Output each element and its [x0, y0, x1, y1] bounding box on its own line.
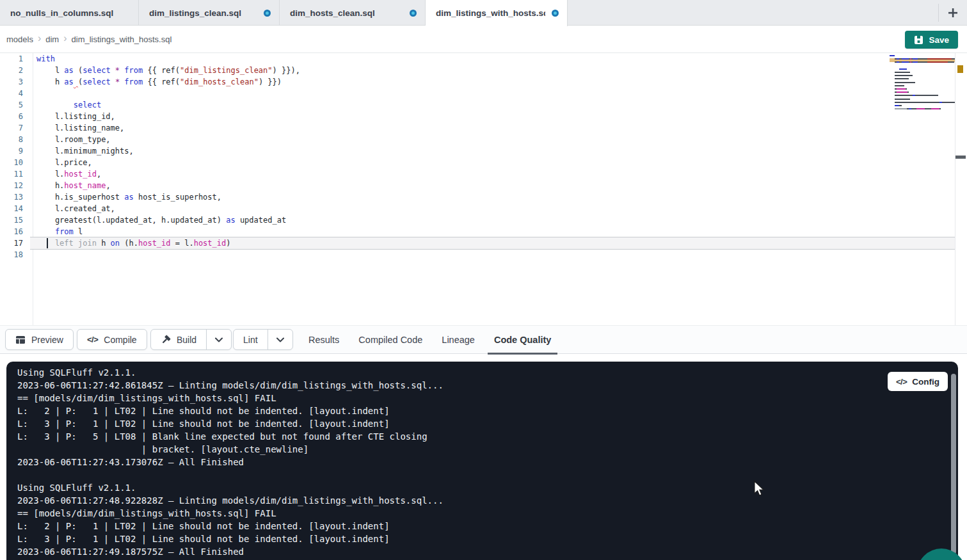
- terminal-line: L: 3 | P: 5 | LT08 | Blank line expected…: [17, 430, 936, 443]
- tab-label: dim_hosts_clean.sql: [290, 8, 403, 18]
- minimap-line: [890, 75, 913, 77]
- code-line-1[interactable]: 1with: [0, 53, 967, 65]
- minimap-line: [890, 108, 941, 110]
- code-text: h.host_name,: [36, 180, 111, 191]
- minimap-line: [890, 68, 907, 70]
- code-editor[interactable]: 1with2 l as (select * from {{ ref("dim_l…: [0, 53, 967, 325]
- code-line-13[interactable]: 13 h.is_superhost as host_is_superhost,: [0, 191, 967, 203]
- code-line-18[interactable]: 18: [0, 249, 967, 260]
- minimap-line: [890, 85, 904, 87]
- result-panel-tabs: ResultsCompiled CodeLineageCode Quality: [301, 326, 559, 354]
- breadcrumb-item[interactable]: dim_listings_with_hosts.sql: [72, 35, 172, 44]
- code-line-11[interactable]: 11 l.host_id,: [0, 168, 967, 180]
- terminal-line: L: 2 | P: 1 | LT02 | Line should not be …: [17, 404, 936, 417]
- minimap-line: [890, 78, 909, 80]
- line-number: 13: [0, 191, 23, 203]
- code-line-6[interactable]: 6 l.listing_id,: [0, 111, 967, 122]
- editor-tab-no_nulls_in_columns.sql[interactable]: no_nulls_in_columns.sql: [0, 0, 139, 26]
- minimap[interactable]: [890, 55, 955, 120]
- code-text: l as (select * from {{ ref("dim_listings…: [36, 65, 300, 76]
- code-line-15[interactable]: 15 greatest(l.updated_at, h.updated_at) …: [0, 214, 967, 226]
- terminal-line: L: 3 | P: 1 | LT02 | Line should not be …: [17, 417, 936, 430]
- code-text: with: [36, 53, 55, 65]
- code-line-8[interactable]: 8 l.room_type,: [0, 134, 967, 145]
- line-number: 12: [0, 180, 23, 191]
- unsaved-changes-dot-icon: [410, 10, 417, 17]
- unsaved-changes-dot-icon: [552, 10, 559, 17]
- editor-tab-dim_listings_clean.sql[interactable]: dim_listings_clean.sql: [139, 0, 280, 26]
- terminal-line: L: 2 | P: 1 | LT02 | Line should not be …: [17, 520, 936, 532]
- terminal-line: 2023-06-06T11:27:43.173076Z — All Finish…: [17, 456, 936, 468]
- lint-menu-button[interactable]: [268, 330, 292, 349]
- terminal-line: 2023-06-06T11:27:49.187575Z — All Finish…: [17, 545, 936, 558]
- mouse-cursor-icon: [754, 481, 765, 499]
- editor-tab-bar: no_nulls_in_columns.sqldim_listings_clea…: [0, 0, 967, 26]
- editor-tab-dim_hosts_clean.sql[interactable]: dim_hosts_clean.sql: [280, 0, 426, 26]
- tab-bar-divider: [938, 4, 939, 22]
- code-line-4[interactable]: 4: [0, 88, 967, 99]
- code-line-17[interactable]: 17 left join h on (h.host_id = l.host_id…: [0, 237, 967, 249]
- table-icon: [15, 335, 26, 345]
- panel-tab-compiled-code[interactable]: Compiled Code: [351, 326, 430, 354]
- code-line-2[interactable]: 2 l as (select * from {{ ref("dim_listin…: [0, 65, 967, 76]
- compile-button[interactable]: </> Compile: [77, 329, 147, 350]
- unsaved-changes-dot-icon: [264, 10, 271, 17]
- minimap-line: [890, 99, 910, 100]
- preview-button-label: Preview: [31, 335, 63, 345]
- code-line-14[interactable]: 14 l.created_at,: [0, 203, 967, 214]
- line-number: 18: [0, 249, 23, 260]
- terminal-line: == [models/dim/dim_listings_with_hosts.s…: [17, 507, 936, 520]
- config-button[interactable]: </> Config: [888, 372, 948, 391]
- panel-tab-lineage[interactable]: Lineage: [434, 326, 483, 354]
- editor-scrollbar-marker[interactable]: [955, 156, 966, 159]
- editor-right-divider: [955, 53, 955, 325]
- code-text: l.price,: [36, 157, 92, 168]
- line-number: 4: [0, 88, 23, 99]
- panel-tab-code-quality[interactable]: Code Quality: [486, 326, 559, 354]
- code-text: l.created_at,: [36, 203, 115, 214]
- editor-tab-dim_listings_with_hosts.sql[interactable]: dim_listings_with_hosts.sql: [426, 0, 568, 26]
- save-button[interactable]: Save: [905, 31, 958, 49]
- terminal-line: == [models/dim/dim_listings_with_hosts.s…: [17, 392, 936, 404]
- line-number: 8: [0, 134, 23, 145]
- code-text: l.listing_id,: [36, 111, 115, 122]
- build-button[interactable]: Build: [151, 330, 207, 349]
- lint-warning-marker-icon[interactable]: [957, 65, 963, 73]
- breadcrumb-bar: models›dim›dim_listings_with_hosts.sql S…: [0, 26, 967, 53]
- code-icon: </>: [87, 335, 98, 344]
- save-button-label: Save: [929, 35, 949, 45]
- code-line-10[interactable]: 10 l.price,: [0, 157, 967, 168]
- breadcrumb-item[interactable]: models: [6, 35, 33, 44]
- code-text: l.room_type,: [36, 134, 111, 145]
- code-text: select: [36, 99, 101, 111]
- code-line-3[interactable]: 3 h as (select * from {{ ref("dim_hosts_…: [0, 76, 967, 88]
- new-tab-button[interactable]: [943, 4, 963, 22]
- code-line-7[interactable]: 7 l.listing_name,: [0, 122, 967, 134]
- code-line-9[interactable]: 9 l.minimum_nights,: [0, 145, 967, 157]
- panel-tab-results[interactable]: Results: [301, 326, 347, 354]
- lint-button[interactable]: Lint: [234, 330, 268, 349]
- code-line-5[interactable]: 5 select: [0, 99, 967, 111]
- terminal-scrollbar-thumb[interactable]: [951, 374, 956, 554]
- minimap-line: [890, 102, 955, 104]
- code-text: l.host_id,: [36, 168, 101, 180]
- lint-button-label: Lint: [243, 335, 258, 345]
- code-text: from l: [36, 226, 83, 237]
- line-number: 7: [0, 122, 23, 134]
- ide-window: no_nulls_in_columns.sqldim_listings_clea…: [0, 0, 967, 560]
- hammer-icon: [161, 335, 171, 345]
- terminal-output: Using SQLFluff v2.1.1.2023-06-06T11:27:4…: [17, 366, 936, 558]
- terminal-line: L: 3 | P: 1 | LT02 | Line should not be …: [17, 532, 936, 545]
- line-number: 11: [0, 168, 23, 180]
- breadcrumb-item[interactable]: dim: [45, 35, 59, 44]
- code-text: greatest(l.updated_at, h.updated_at) as …: [36, 214, 286, 226]
- tab-label: dim_listings_with_hosts.sql: [436, 8, 545, 18]
- code-line-16[interactable]: 16 from l: [0, 226, 967, 237]
- preview-button[interactable]: Preview: [5, 329, 74, 350]
- line-number: 6: [0, 111, 23, 122]
- build-menu-button[interactable]: [207, 330, 231, 349]
- minimap-line: [890, 95, 938, 97]
- code-line-12[interactable]: 12 h.host_name,: [0, 180, 967, 191]
- chevron-down-icon: [215, 337, 223, 342]
- build-button-group: Build: [150, 329, 232, 350]
